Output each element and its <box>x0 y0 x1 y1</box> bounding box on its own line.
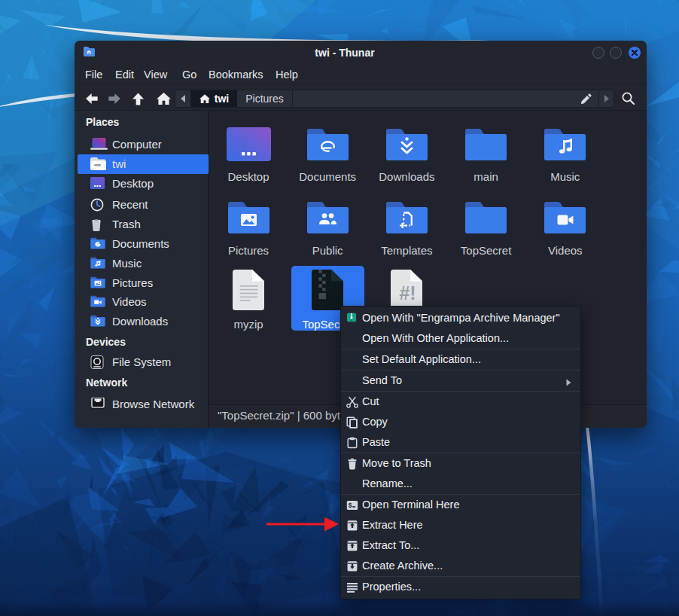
svg-text:#!: #! <box>400 282 416 303</box>
svg-text:$: $ <box>349 502 352 510</box>
